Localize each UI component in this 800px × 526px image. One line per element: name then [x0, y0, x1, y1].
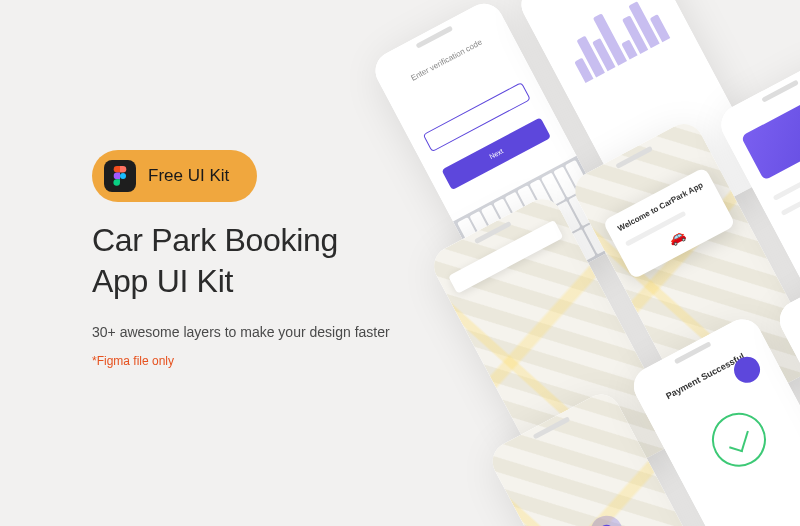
- verification-hint: Enter verification code: [395, 30, 498, 91]
- svg-point-0: [120, 173, 126, 179]
- title-line-2: App UI Kit: [92, 263, 233, 299]
- bar-chart-icon: [557, 0, 670, 83]
- title-line-1: Car Park Booking: [92, 222, 338, 258]
- credit-card-icon: [741, 84, 800, 181]
- figma-note: *Figma file only: [92, 354, 390, 368]
- figma-icon: [104, 160, 136, 192]
- page-subtitle: 30+ awesome layers to make your design f…: [92, 324, 390, 340]
- page-title: Car Park Booking App UI Kit: [92, 220, 390, 302]
- check-circle-icon: [702, 403, 775, 476]
- free-kit-badge: Free UI Kit: [92, 150, 257, 202]
- badge-label: Free UI Kit: [148, 166, 229, 186]
